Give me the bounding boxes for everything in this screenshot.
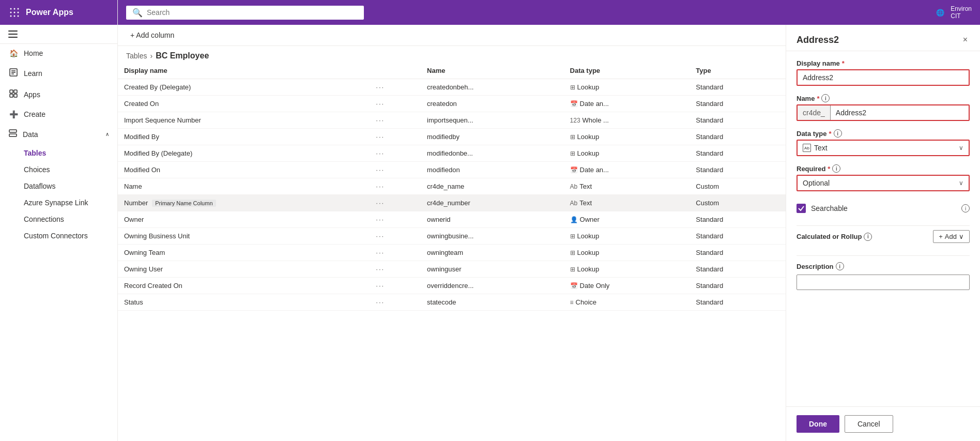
svg-rect-16	[14, 94, 17, 97]
panel-close-button[interactable]: ×	[961, 33, 970, 47]
type-icon: 📅	[570, 166, 578, 174]
cell-data-type: ⊞Lookup	[564, 145, 690, 162]
sidebar-sub-item-dataflows[interactable]: Dataflows	[24, 178, 117, 194]
svg-rect-14	[14, 90, 17, 93]
cell-dots[interactable]: ···	[370, 79, 421, 96]
table-scroll[interactable]: Display name Name Data type Type Created…	[118, 63, 786, 441]
desc-info-icon[interactable]: i	[836, 262, 844, 270]
cell-data-type: 📅Date an...	[564, 162, 690, 178]
table-row[interactable]: Name···cr4de_nameAbTextCustom	[118, 178, 786, 195]
cell-display-name: Modified By	[118, 129, 370, 145]
cell-dots[interactable]: ···	[370, 96, 421, 112]
sidebar-sub-item-connections[interactable]: Connections	[24, 211, 117, 227]
main-area: 🔍 🌐 Environ CIT + Add column Tables › BC…	[118, 0, 980, 441]
table-row[interactable]: Owner···ownerid👤OwnerStandard	[118, 211, 786, 228]
hamburger-container[interactable]	[0, 25, 117, 44]
cell-name: createdonbeh...	[421, 79, 564, 96]
add-column-button[interactable]: + Add column	[126, 29, 178, 41]
waffle-icon[interactable]	[8, 6, 21, 19]
type-icon: 📅	[570, 282, 578, 290]
table-row[interactable]: Created By (Delegate)···createdonbeh...⊞…	[118, 79, 786, 96]
required-label: Required * i	[797, 164, 970, 173]
cell-dots[interactable]: ···	[370, 195, 421, 211]
sidebar-header: Power Apps	[0, 0, 117, 25]
cell-dots[interactable]: ···	[370, 211, 421, 228]
required-select-wrapper[interactable]: Optional ∨	[797, 175, 970, 191]
description-input[interactable]	[797, 275, 970, 290]
cell-dots[interactable]: ···	[370, 261, 421, 278]
search-input[interactable]	[147, 8, 358, 17]
table-row[interactable]: Owning Business Unit···owningbusine...⊞L…	[118, 228, 786, 245]
required-select[interactable]: Optional	[798, 176, 969, 190]
cell-dots[interactable]: ···	[370, 245, 421, 261]
name-suffix-input[interactable]	[831, 105, 969, 120]
searchable-checkbox[interactable]	[797, 204, 806, 213]
display-name-group: Display name *	[797, 59, 970, 86]
cell-name: owningteam	[421, 245, 564, 261]
cell-dots[interactable]: ···	[370, 162, 421, 178]
cancel-button[interactable]: Cancel	[845, 415, 893, 433]
type-icon: ⊞	[570, 84, 575, 91]
sidebar: Power Apps 🏠 Home Learn Apps ➕ Create	[0, 0, 118, 441]
content-area: + Add column Tables › BC Employee Displa…	[118, 25, 980, 441]
cell-dots[interactable]: ···	[370, 145, 421, 162]
sidebar-item-apps[interactable]: Apps	[0, 84, 117, 105]
table-row[interactable]: Status···statecode≡ChoiceStandard	[118, 294, 786, 311]
name-label: Name * i	[797, 94, 970, 102]
table-row[interactable]: Modified By (Delegate)···modifiedonbe...…	[118, 145, 786, 162]
table-row[interactable]: NumberPrimary Name Column···cr4de_number…	[118, 195, 786, 211]
cell-dots[interactable]: ···	[370, 228, 421, 245]
data-header[interactable]: Data ∧	[0, 124, 117, 145]
data-type-select-wrapper[interactable]: Ab Text ∨	[797, 140, 970, 156]
name-field-wrapper: cr4de_	[797, 104, 970, 121]
cell-name: cr4de_number	[421, 195, 564, 211]
table-row[interactable]: Record Created On···overriddencre...📅Dat…	[118, 278, 786, 294]
svg-rect-13	[10, 90, 13, 93]
display-name-input[interactable]	[797, 69, 970, 86]
table-row[interactable]: Modified On···modifiedon📅Date an...Stand…	[118, 162, 786, 178]
svg-point-4	[14, 12, 16, 13]
cell-dots[interactable]: ···	[370, 278, 421, 294]
calc-info-icon[interactable]: i	[864, 233, 872, 241]
table-row[interactable]: Created On···createdon📅Date an...Standar…	[118, 96, 786, 112]
breadcrumb-parent[interactable]: Tables	[126, 52, 147, 60]
data-type-info-icon[interactable]: i	[834, 129, 842, 138]
search-box[interactable]: 🔍	[126, 6, 364, 20]
col-header-data-type: Data type	[564, 63, 690, 79]
learn-icon	[8, 68, 19, 79]
add-calculated-button[interactable]: + Add ∨	[933, 230, 970, 243]
cell-data-type: 📅Date an...	[564, 96, 690, 112]
breadcrumb-current: BC Employee	[156, 51, 209, 60]
searchable-info-icon[interactable]: i	[961, 204, 970, 212]
table-row[interactable]: Import Sequence Number···importsequen...…	[118, 112, 786, 129]
hamburger-icon[interactable]	[8, 29, 19, 39]
required-info-icon[interactable]: i	[832, 164, 840, 173]
topbar-right: 🌐 Environ CIT	[936, 5, 972, 20]
cell-dots[interactable]: ···	[370, 178, 421, 195]
sidebar-item-learn[interactable]: Learn	[0, 63, 117, 84]
cell-dots[interactable]: ···	[370, 129, 421, 145]
cell-display-name: Created By (Delegate)	[118, 79, 370, 96]
cell-dots[interactable]: ···	[370, 294, 421, 311]
panel-footer: Done Cancel	[786, 406, 980, 441]
sidebar-sub-item-custom-connectors[interactable]: Custom Connectors	[24, 227, 117, 244]
table-row[interactable]: Owning Team···owningteam⊞LookupStandard	[118, 245, 786, 261]
sidebar-sub-item-azure-synapse[interactable]: Azure Synapse Link	[24, 194, 117, 211]
cell-display-name: Owning Team	[118, 245, 370, 261]
sidebar-item-create[interactable]: ➕ Create	[0, 105, 117, 124]
cell-data-type: 📅Date Only	[564, 278, 690, 294]
display-name-label: Display name *	[797, 59, 970, 67]
svg-point-6	[10, 16, 12, 17]
cell-dots[interactable]: ···	[370, 112, 421, 129]
sidebar-sub-item-tables[interactable]: Tables	[24, 145, 117, 161]
sidebar-item-home[interactable]: 🏠 Home	[0, 44, 117, 63]
sidebar-sub-item-choices[interactable]: Choices	[24, 161, 117, 178]
sidebar-item-label: Apps	[24, 90, 40, 99]
panel-body: Display name * Name * i cr4de_	[786, 51, 980, 298]
done-button[interactable]: Done	[797, 415, 839, 433]
table-row[interactable]: Owning User···owninguser⊞LookupStandard	[118, 261, 786, 278]
cell-type: Standard	[690, 129, 786, 145]
table-row[interactable]: Modified By···modifiedby⊞LookupStandard	[118, 129, 786, 145]
name-info-icon[interactable]: i	[821, 94, 830, 102]
data-type-select[interactable]: Ab Text	[798, 141, 969, 155]
